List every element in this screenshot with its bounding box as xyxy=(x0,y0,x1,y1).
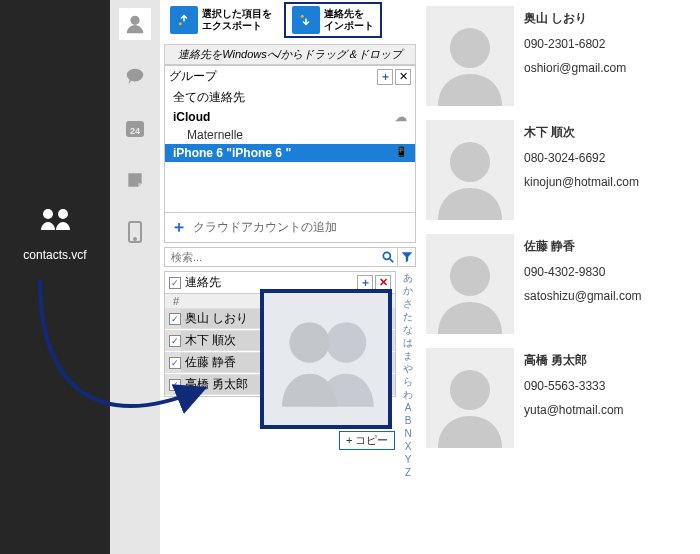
main-panel: 選択した項目を エクスポート 連絡先を インポート 連絡先をWindowsへ/か… xyxy=(160,0,416,554)
contact-card[interactable]: 木下 順次 080-3024-6692 kinojun@hotmail.com xyxy=(426,120,696,220)
avatar xyxy=(426,348,514,448)
card-email: satoshizu@gmail.com xyxy=(524,289,642,303)
svg-point-8 xyxy=(134,238,136,240)
avatar xyxy=(426,120,514,220)
filter-icon[interactable] xyxy=(397,248,415,266)
index-char[interactable]: は xyxy=(403,336,413,349)
card-name: 奥山 しおり xyxy=(524,10,626,27)
group-iphone6[interactable]: iPhone 6 "iPhone 6 " 📱 xyxy=(165,144,415,162)
row-checkbox[interactable]: ✓ xyxy=(169,313,181,325)
delete-group-button[interactable]: ✕ xyxy=(395,69,411,85)
svg-point-12 xyxy=(301,15,304,18)
cloud-icon: ☁ xyxy=(395,110,407,124)
group-header: グループ xyxy=(169,68,217,85)
contact-card[interactable]: 佐藤 静香 090-4302-9830 satoshizu@gmail.com xyxy=(426,234,696,334)
card-email: yuta@hotmail.com xyxy=(524,403,624,417)
card-phone: 080-3024-6692 xyxy=(524,151,639,165)
plus-icon: ＋ xyxy=(171,217,187,238)
sidebar-calendar[interactable]: 24 xyxy=(119,112,151,144)
group-panel: グループ ＋ ✕ 全ての連絡先 iCloud ☁ Maternelle iPho… xyxy=(164,65,416,243)
group-list: 全ての連絡先 iCloud ☁ Maternelle iPhone 6 "iPh… xyxy=(165,87,415,212)
card-name: 佐藤 静香 xyxy=(524,238,642,255)
index-char[interactable]: N xyxy=(404,427,411,440)
import-icon xyxy=(292,6,320,34)
svg-point-16 xyxy=(326,322,366,362)
card-email: oshiori@gmail.com xyxy=(524,61,626,75)
row-checkbox[interactable]: ✓ xyxy=(169,357,181,369)
svg-point-17 xyxy=(450,28,490,68)
svg-point-10 xyxy=(179,22,182,25)
svg-text:24: 24 xyxy=(130,126,140,136)
toolbar: 選択した項目を エクスポート 連絡先を インポート xyxy=(164,2,416,38)
row-checkbox[interactable]: ✓ xyxy=(169,379,181,391)
import-label: 連絡先を インポート xyxy=(324,8,374,32)
card-phone: 090-4302-9830 xyxy=(524,265,642,279)
contact-card[interactable]: 高橋 勇太郎 090-5563-3333 yuta@hotmail.com xyxy=(426,348,696,448)
svg-point-1 xyxy=(43,209,53,219)
copy-tooltip: + コピー xyxy=(339,431,395,450)
search-row xyxy=(164,247,416,267)
drag-preview xyxy=(260,289,392,429)
svg-point-13 xyxy=(383,252,390,259)
index-char[interactable]: か xyxy=(403,284,413,297)
group-icloud[interactable]: iCloud ☁ xyxy=(165,108,415,126)
index-char[interactable]: X xyxy=(405,440,412,453)
contact-card[interactable]: 奥山 しおり 090-2301-6802 oshiori@gmail.com xyxy=(426,6,696,106)
svg-point-2 xyxy=(58,209,68,219)
sidebar-device[interactable] xyxy=(119,216,151,248)
index-char[interactable]: ま xyxy=(403,349,413,362)
add-group-button[interactable]: ＋ xyxy=(377,69,393,85)
drag-drop-banner: 連絡先をWindowsへ/からドラッグ＆ドロップ xyxy=(164,44,416,65)
index-char[interactable]: な xyxy=(403,323,413,336)
svg-point-3 xyxy=(130,16,139,25)
search-input[interactable] xyxy=(165,248,379,266)
search-icon[interactable] xyxy=(379,248,397,266)
index-column: あ か さ た な は ま や ら わ A B N X Y Z xyxy=(400,271,416,479)
vcf-file-label: contacts.vcf xyxy=(23,248,86,262)
card-email: kinojun@hotmail.com xyxy=(524,175,639,189)
desktop-area: contacts.vcf xyxy=(0,0,110,554)
index-char[interactable]: Z xyxy=(405,466,411,479)
index-char[interactable]: Y xyxy=(405,453,412,466)
svg-line-14 xyxy=(390,259,394,263)
index-char[interactable]: わ xyxy=(403,388,413,401)
index-char[interactable]: ら xyxy=(403,375,413,388)
index-char[interactable]: A xyxy=(405,401,412,414)
export-icon xyxy=(170,6,198,34)
index-char[interactable]: や xyxy=(403,362,413,375)
card-name: 木下 順次 xyxy=(524,124,639,141)
svg-point-20 xyxy=(450,370,490,410)
card-phone: 090-2301-6802 xyxy=(524,37,626,51)
svg-point-19 xyxy=(450,256,490,296)
group-maternelle[interactable]: Maternelle xyxy=(165,126,415,144)
sidebar-notes[interactable] xyxy=(119,164,151,196)
select-all-checkbox[interactable]: ✓ xyxy=(169,277,181,289)
avatar xyxy=(426,6,514,106)
index-char[interactable]: B xyxy=(405,414,412,427)
export-button[interactable]: 選択した項目を エクスポート xyxy=(164,2,278,38)
index-char[interactable]: あ xyxy=(403,271,413,284)
sidebar-messages[interactable] xyxy=(119,60,151,92)
index-char[interactable]: さ xyxy=(403,297,413,310)
avatar xyxy=(426,234,514,334)
row-checkbox[interactable]: ✓ xyxy=(169,335,181,347)
svg-point-18 xyxy=(450,142,490,182)
vcf-file-icon[interactable] xyxy=(35,200,75,240)
svg-point-4 xyxy=(127,69,144,82)
sidebar: 24 xyxy=(110,0,160,554)
svg-point-15 xyxy=(289,322,329,362)
sidebar-contacts[interactable] xyxy=(119,8,151,40)
card-phone: 090-5563-3333 xyxy=(524,379,624,393)
phone-icon: 📱 xyxy=(395,146,407,160)
import-button[interactable]: 連絡先を インポート xyxy=(284,2,382,38)
add-cloud-account[interactable]: ＋ クラウドアカウントの追加 xyxy=(165,212,415,242)
card-name: 高橋 勇太郎 xyxy=(524,352,624,369)
index-char[interactable]: た xyxy=(403,310,413,323)
contact-cards-panel: 奥山 しおり 090-2301-6802 oshiori@gmail.com 木… xyxy=(416,0,700,554)
group-all-contacts[interactable]: 全ての連絡先 xyxy=(165,87,415,108)
export-label: 選択した項目を エクスポート xyxy=(202,8,272,32)
